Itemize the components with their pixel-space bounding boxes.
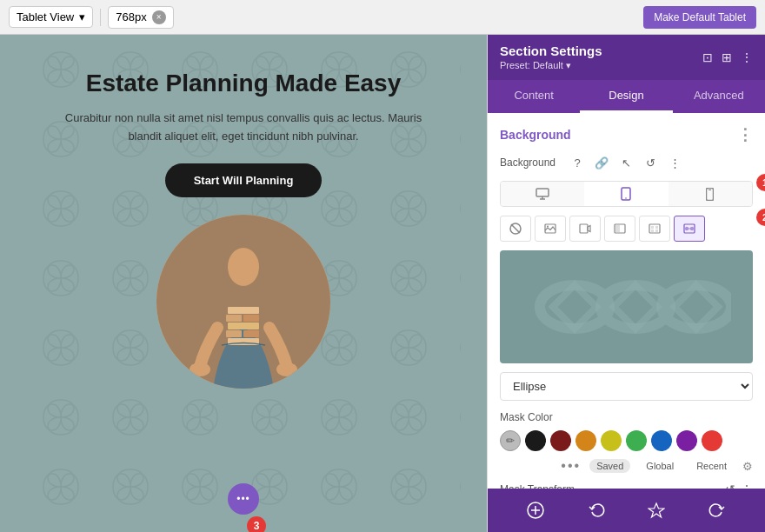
bg-type-none[interactable] (500, 216, 531, 242)
panel-title-area: Section Settings Preset: Default ▾ (500, 43, 602, 71)
color-dots-button[interactable]: ••• (561, 458, 581, 474)
mask-shape-dropdown-row: Ellipse Circle Triangle Diamond Arrow Cu… (500, 372, 753, 401)
bg-type-mask[interactable] (674, 216, 705, 242)
svg-point-3 (190, 362, 210, 376)
panel-content: Background ⋮ Background ? 🔗 ↖ ↺ ⋮ (488, 113, 765, 489)
saved-tab[interactable]: Saved (589, 459, 630, 473)
cta-button[interactable]: Start Will Planning (165, 163, 322, 197)
bottom-add-button[interactable] (520, 495, 551, 526)
panel-more-icon[interactable]: ⋮ (741, 50, 753, 64)
panel-tabs: Content Design Advanced (488, 80, 765, 113)
panel-bottom-bar (488, 489, 765, 532)
svg-point-4 (276, 362, 297, 376)
svg-point-2 (228, 248, 259, 286)
tab-design[interactable]: Design (580, 80, 672, 113)
svg-line-20 (511, 224, 520, 233)
svg-rect-12 (536, 189, 549, 196)
link-icon[interactable]: 🔗 (592, 153, 611, 172)
svg-rect-23 (580, 224, 588, 233)
color-swatch-yellow[interactable] (601, 430, 622, 451)
make-default-button[interactable]: Make Default Tablet (643, 6, 756, 29)
device-tab-desktop[interactable] (501, 182, 584, 206)
three-dots-button[interactable]: ••• (228, 483, 259, 515)
svg-point-16 (626, 197, 628, 199)
tab-content[interactable]: Content (488, 80, 580, 113)
color-swatch-blue[interactable] (651, 430, 672, 451)
svg-marker-40 (649, 503, 664, 517)
hero-placeholder (156, 215, 330, 389)
svg-rect-29 (651, 229, 654, 232)
step-badge-2: 2 (756, 209, 765, 226)
svg-rect-27 (651, 226, 654, 229)
bottom-redo-button[interactable] (702, 495, 733, 526)
transform-reset-icon[interactable]: ↺ (725, 482, 735, 489)
color-swatch-black[interactable] (525, 430, 546, 451)
svg-rect-30 (655, 229, 658, 232)
hero-image (156, 215, 330, 389)
help-icon[interactable]: ? (568, 153, 587, 172)
mask-transform-row: Mask Transform ↺ ⋮ (500, 482, 753, 489)
background-field-icons: ? 🔗 ↖ ↺ ⋮ (568, 153, 684, 172)
panel-header: Section Settings Preset: Default ▾ ⊡ ⊞ ⋮ (488, 35, 765, 80)
panel-expand-icon[interactable]: ⊡ (702, 50, 713, 64)
svg-rect-6 (226, 330, 242, 337)
background-section-menu[interactable]: ⋮ (737, 125, 753, 144)
transform-more-icon[interactable]: ⋮ (741, 482, 753, 489)
color-swatches: ✏ (500, 430, 753, 451)
color-swatch-orange[interactable] (575, 430, 596, 451)
step-badge-1: 1 (756, 174, 765, 191)
bottom-undo-button[interactable] (581, 495, 612, 526)
svg-rect-8 (228, 323, 259, 329)
color-pencil-button[interactable]: ✏ (500, 430, 521, 451)
panel-grid-icon[interactable]: ⊞ (722, 50, 732, 64)
page-title: Estate Planning Made Easy (26, 70, 461, 97)
recent-tab[interactable]: Recent (689, 459, 734, 473)
device-tabs (500, 181, 753, 207)
panel-header-actions: ⊡ ⊞ ⋮ (702, 50, 753, 64)
background-field-row: Background ? 🔗 ↖ ↺ ⋮ (500, 153, 753, 172)
global-tab[interactable]: Global (639, 459, 681, 473)
step-badge-3: 3 (247, 516, 266, 532)
three-dots-label: ••• (236, 493, 250, 505)
color-swatch-purple[interactable] (676, 430, 697, 451)
panel-title: Section Settings (500, 43, 602, 58)
bg-type-image[interactable] (535, 216, 566, 242)
main-layout: Estate Planning Made Easy Curabitur non … (0, 35, 765, 532)
mask-color-label: Mask Color (500, 411, 753, 423)
svg-rect-26 (649, 224, 660, 233)
color-swatch-darkred[interactable] (550, 430, 571, 451)
mask-color-section: Mask Color ✏ ••• Saved Global Recen (500, 411, 753, 474)
px-input[interactable]: 768px × (108, 6, 173, 29)
background-title-text: Background (500, 128, 571, 142)
bg-type-container: 2 (500, 216, 753, 242)
hero-illustration (156, 215, 330, 389)
device-tab-tablet[interactable] (584, 182, 668, 206)
view-selector[interactable]: Tablet View ▾ (9, 6, 93, 28)
divider (100, 9, 101, 26)
background-section-title: Background ⋮ (500, 125, 753, 144)
reset-icon[interactable]: ↺ (641, 153, 660, 172)
color-saved-row: ••• Saved Global Recent ⚙ (500, 458, 753, 474)
bg-type-gradient[interactable] (604, 216, 635, 242)
cursor-icon[interactable]: ↖ (616, 153, 635, 172)
bg-type-pattern[interactable] (639, 216, 670, 242)
field-more-icon[interactable]: ⋮ (665, 153, 684, 172)
bg-type-video[interactable] (569, 216, 601, 242)
color-swatch-red[interactable] (702, 430, 722, 451)
close-px-button[interactable]: × (152, 10, 166, 24)
color-settings-icon[interactable]: ⚙ (742, 460, 753, 473)
settings-panel: Section Settings Preset: Default ▾ ⊡ ⊞ ⋮… (487, 35, 765, 532)
color-swatch-green[interactable] (626, 430, 647, 451)
transform-icons: ↺ ⋮ (725, 482, 753, 489)
device-tab-mobile[interactable] (669, 182, 752, 206)
background-preview (500, 250, 753, 363)
svg-rect-11 (228, 307, 259, 314)
device-tabs-container: 1 (500, 181, 753, 207)
panel-preset[interactable]: Preset: Default ▾ (500, 60, 602, 71)
svg-point-22 (547, 226, 549, 228)
bg-type-row (500, 216, 753, 242)
top-bar: Tablet View ▾ 768px × Make Default Table… (0, 0, 765, 35)
mask-shape-select[interactable]: Ellipse Circle Triangle Diamond Arrow Cu… (500, 372, 753, 401)
bottom-star-button[interactable] (641, 495, 672, 526)
tab-advanced[interactable]: Advanced (673, 80, 765, 113)
